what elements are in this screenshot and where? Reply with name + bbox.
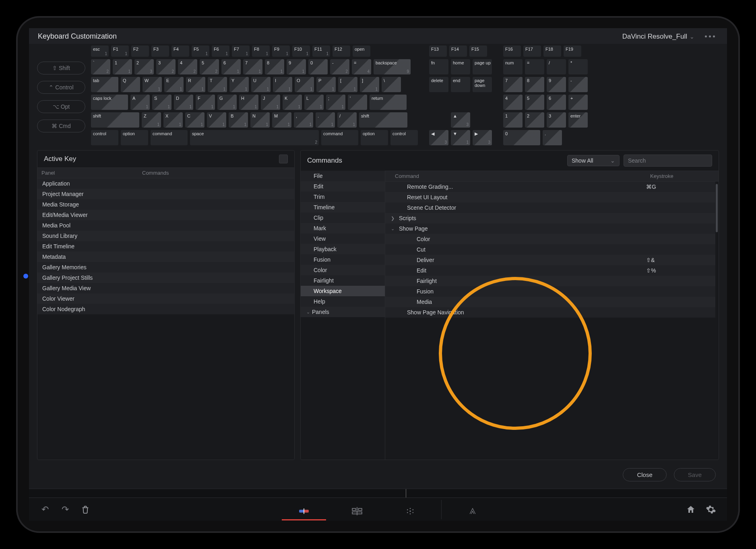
key-f2[interactable]: F2 xyxy=(131,45,149,57)
key-9[interactable]: 91 xyxy=(287,59,306,74)
key-s[interactable]: S1 xyxy=(152,95,171,110)
key-k[interactable]: K1 xyxy=(283,95,302,110)
key-c[interactable]: C1 xyxy=(185,112,204,128)
key-f8[interactable]: F81 xyxy=(252,45,270,57)
key-+[interactable]: + xyxy=(568,95,588,110)
key-z[interactable]: Z1 xyxy=(142,112,161,128)
key-f7[interactable]: F71 xyxy=(232,45,250,57)
mod-shift[interactable]: ⇧ Shift xyxy=(37,62,85,74)
key-\[interactable]: \ xyxy=(382,77,401,92)
key-3[interactable]: 3 xyxy=(547,112,566,128)
key-9[interactable]: 9 xyxy=(547,77,566,92)
key-f5[interactable]: F51 xyxy=(192,45,209,57)
key-8[interactable]: 81 xyxy=(265,59,284,74)
category-row[interactable]: Color xyxy=(301,265,385,275)
command-row[interactable]: Deliver⇧& xyxy=(385,255,715,265)
key--[interactable]: - xyxy=(568,77,588,92)
command-row[interactable]: ❯Scripts xyxy=(385,213,715,223)
key-0[interactable]: 0 xyxy=(503,130,540,145)
key-b[interactable]: B1 xyxy=(229,112,248,128)
key-4[interactable]: 4 xyxy=(503,95,523,110)
command-row[interactable]: Fairlight xyxy=(385,276,715,286)
undo-icon[interactable]: ↶ xyxy=(39,504,51,515)
panel-row[interactable]: Gallery Project Stills xyxy=(37,272,294,283)
key-f12[interactable]: F12 xyxy=(333,45,350,57)
key-t[interactable]: T1 xyxy=(208,77,227,92)
command-row[interactable]: Cut xyxy=(385,244,715,255)
key-8[interactable]: 8 xyxy=(525,77,544,92)
key-end[interactable]: end xyxy=(451,77,470,92)
key-,[interactable]: ,1 xyxy=(294,112,313,128)
mod-opt[interactable]: ⌥ Opt xyxy=(37,100,85,113)
key-*[interactable]: * xyxy=(568,59,588,74)
category-row[interactable]: Edit xyxy=(301,181,385,192)
command-row[interactable]: Reset UI Layout xyxy=(385,192,715,202)
key-option[interactable]: option xyxy=(121,130,148,145)
key-command[interactable]: command xyxy=(321,130,358,145)
key-2[interactable]: 23 xyxy=(134,59,154,74)
key-space[interactable]: space2 xyxy=(190,130,319,145)
key-home[interactable]: home xyxy=(451,59,470,74)
key-▲[interactable]: ▲3 xyxy=(451,112,470,128)
key-.[interactable]: . xyxy=(543,130,562,145)
save-button[interactable]: Save xyxy=(674,468,716,481)
key-5[interactable]: 5 xyxy=(525,95,544,110)
key-=[interactable]: =4 xyxy=(352,59,371,74)
key-f17[interactable]: F17 xyxy=(523,45,541,57)
key-f4[interactable]: F4 xyxy=(171,45,189,57)
panel-row[interactable]: Application xyxy=(37,178,294,189)
key-a[interactable]: A1 xyxy=(130,95,150,110)
key-y[interactable]: Y1 xyxy=(229,77,249,92)
key-1[interactable]: 11 xyxy=(113,59,132,74)
key-v[interactable]: V1 xyxy=(207,112,226,128)
panel-row[interactable]: Edit Timeline xyxy=(37,241,294,252)
mod-control[interactable]: ⌃ Control xyxy=(37,81,85,94)
category-row[interactable]: Fairlight xyxy=(301,275,385,286)
panel-list[interactable]: ApplicationProject ManagerMedia StorageE… xyxy=(37,178,294,460)
key-q[interactable]: Q xyxy=(121,77,140,92)
close-button[interactable]: Close xyxy=(623,468,666,481)
key-open[interactable]: open xyxy=(353,45,370,57)
key-'[interactable]: ' xyxy=(348,95,367,110)
tab-edit[interactable] xyxy=(335,504,379,520)
key-f9[interactable]: F91 xyxy=(272,45,290,57)
key-u[interactable]: U1 xyxy=(251,77,271,92)
key-j[interactable]: J1 xyxy=(261,95,280,110)
scrollbar-thumb[interactable] xyxy=(716,184,718,232)
key-f13[interactable]: F13 xyxy=(429,45,447,57)
key-f16[interactable]: F16 xyxy=(503,45,521,57)
category-row[interactable]: Fusion xyxy=(301,254,385,265)
key-return[interactable]: return xyxy=(370,95,407,110)
command-row[interactable]: Fusion xyxy=(385,286,715,297)
key-/[interactable]: / xyxy=(547,59,566,74)
preset-dropdown[interactable]: DaVinci Resolve_Full ⌄ xyxy=(622,33,694,41)
key-f14[interactable]: F14 xyxy=(449,45,467,57)
command-row[interactable]: Scene Cut Detector xyxy=(385,202,715,213)
key-e[interactable]: E1 xyxy=(164,77,184,92)
panel-row[interactable]: Media Storage xyxy=(37,199,294,210)
key-r[interactable]: R1 xyxy=(186,77,205,92)
key-f19[interactable]: F19 xyxy=(564,45,581,57)
panel-row[interactable]: Color Nodegraph xyxy=(37,304,294,314)
panel-row[interactable]: Media Pool xyxy=(37,220,294,231)
redo-icon[interactable]: ↷ xyxy=(60,504,71,515)
trash-icon[interactable] xyxy=(80,504,91,515)
key-option[interactable]: option xyxy=(361,130,388,145)
key-p[interactable]: P1 xyxy=(316,77,336,92)
key-control[interactable]: control xyxy=(390,130,418,145)
key-f10[interactable]: F101 xyxy=(292,45,310,57)
category-row[interactable]: Timeline xyxy=(301,202,385,213)
category-row[interactable]: Trim xyxy=(301,192,385,202)
key-esc[interactable]: esc1 xyxy=(91,45,109,57)
key-shift[interactable]: shift xyxy=(91,112,139,128)
key-i[interactable]: I1 xyxy=(273,77,292,92)
category-row[interactable]: Clip xyxy=(301,213,385,223)
command-row[interactable]: Color xyxy=(385,234,715,244)
key-w[interactable]: W1 xyxy=(143,77,162,92)
key-f[interactable]: F1 xyxy=(196,95,215,110)
key-control[interactable]: control xyxy=(91,130,118,145)
key-/[interactable]: /1 xyxy=(337,112,357,128)
key-l[interactable]: L1 xyxy=(304,95,324,110)
panel-row[interactable]: Edit/Media Viewer xyxy=(37,210,294,220)
tab-fusion[interactable] xyxy=(388,504,432,520)
